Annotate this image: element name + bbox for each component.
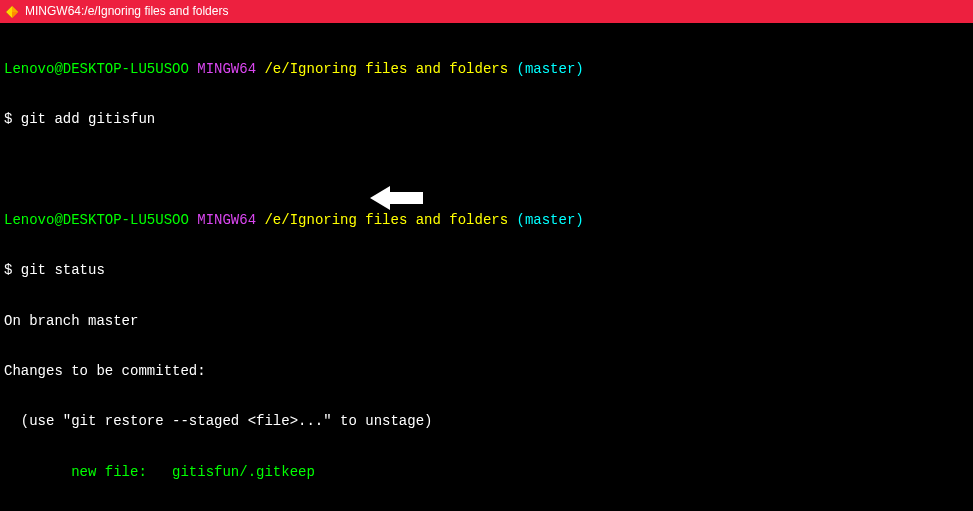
path-label: /e/Ignoring files and folders bbox=[264, 212, 508, 228]
command-text: git add gitisfun bbox=[21, 111, 155, 127]
new-file-line: new file: gitisfun/.gitkeep bbox=[4, 464, 969, 481]
prompt-sign: $ bbox=[4, 111, 21, 127]
svg-marker-2 bbox=[12, 12, 18, 18]
branch-label: (master) bbox=[517, 212, 584, 228]
prompt-sign: $ bbox=[4, 262, 21, 278]
status-line: On branch master bbox=[4, 313, 969, 330]
user-host: Lenovo@DESKTOP-LU5USOO bbox=[4, 61, 189, 77]
blank-line bbox=[4, 161, 969, 178]
path-label: /e/Ignoring files and folders bbox=[264, 61, 508, 77]
titlebar-text: MINGW64:/e/Ignoring files and folders bbox=[25, 4, 228, 18]
user-host: Lenovo@DESKTOP-LU5USOO bbox=[4, 212, 189, 228]
command-line: $ git status bbox=[4, 262, 969, 279]
terminal-area[interactable]: Lenovo@DESKTOP-LU5USOO MINGW64 /e/Ignori… bbox=[0, 23, 973, 511]
mingw-label: MINGW64 bbox=[197, 212, 256, 228]
titlebar[interactable]: MINGW64:/e/Ignoring files and folders bbox=[0, 0, 973, 23]
command-line: $ git add gitisfun bbox=[4, 111, 969, 128]
prompt-line: Lenovo@DESKTOP-LU5USOO MINGW64 /e/Ignori… bbox=[4, 61, 969, 78]
command-text: git status bbox=[21, 262, 105, 278]
mingw-icon bbox=[5, 5, 19, 19]
arrow-icon bbox=[370, 183, 425, 213]
branch-label: (master) bbox=[517, 61, 584, 77]
mingw-label: MINGW64 bbox=[197, 61, 256, 77]
svg-marker-1 bbox=[12, 6, 18, 12]
prompt-line: Lenovo@DESKTOP-LU5USOO MINGW64 /e/Ignori… bbox=[4, 212, 969, 229]
status-hint: (use "git restore --staged <file>..." to… bbox=[4, 413, 969, 430]
svg-marker-3 bbox=[370, 186, 423, 210]
status-line: Changes to be committed: bbox=[4, 363, 969, 380]
